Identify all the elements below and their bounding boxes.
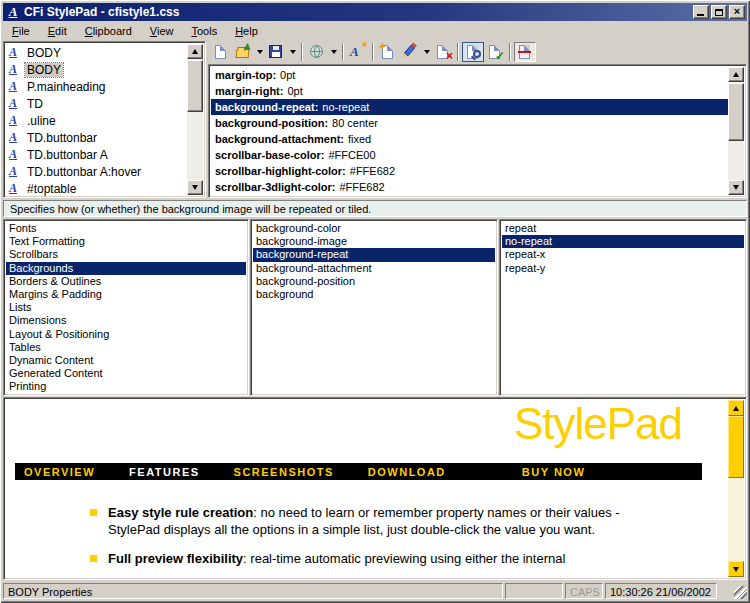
- minimize-button[interactable]: [693, 5, 709, 19]
- save-icon: [268, 44, 284, 60]
- menu-edit[interactable]: Edit: [39, 23, 76, 40]
- selector-scrollbar[interactable]: [187, 44, 203, 195]
- menu-file[interactable]: File: [3, 23, 39, 40]
- selector-item-selected[interactable]: ABODY: [6, 61, 187, 78]
- toolbar-separator: [509, 43, 511, 61]
- scroll-down-icon[interactable]: [728, 561, 744, 577]
- property-name-item[interactable]: background-attachment: [253, 262, 495, 275]
- property-row[interactable]: background-attachment:fixed: [211, 131, 728, 147]
- nav-link-features[interactable]: FEATURES: [129, 466, 199, 478]
- selector-item[interactable]: ABODY: [6, 44, 187, 61]
- category-item[interactable]: Printing: [6, 380, 246, 393]
- status-context: BODY Properties: [3, 583, 503, 599]
- selector-item[interactable]: A.uline: [6, 112, 187, 129]
- edit-rule-button[interactable]: [399, 42, 421, 62]
- title-bar[interactable]: A CFi StylePad - cfistyle1.css ×: [3, 3, 747, 21]
- menu-tools[interactable]: Tools: [182, 23, 226, 40]
- save-dropdown-button[interactable]: [287, 42, 298, 62]
- delete-rule-button[interactable]: ×: [432, 42, 454, 62]
- property-name-item[interactable]: background-position: [253, 275, 495, 288]
- menu-view[interactable]: View: [141, 23, 183, 40]
- validate-button[interactable]: ✓: [484, 42, 506, 62]
- bullet-item: Full preview flexibility: real-time auto…: [90, 550, 674, 567]
- property-row[interactable]: scrollbar-base-color:#FFCE00: [211, 147, 728, 163]
- style-rule-icon: A: [9, 181, 25, 196]
- globe-icon: [309, 44, 325, 60]
- category-item[interactable]: Scrollbars: [6, 248, 246, 261]
- status-datetime: 10:30:26 21/06/2002: [605, 583, 717, 599]
- property-row[interactable]: margin-top:0pt: [211, 67, 728, 83]
- scrollbar-thumb[interactable]: [728, 83, 744, 141]
- open-dropdown-button[interactable]: [254, 42, 265, 62]
- property-row[interactable]: scrollbar-3dlight-color:#FFE682: [211, 179, 728, 195]
- preview-page-button[interactable]: [462, 42, 484, 62]
- save-button[interactable]: [265, 42, 287, 62]
- category-item[interactable]: Fonts: [6, 222, 246, 235]
- new-document-icon: [213, 44, 229, 60]
- category-item[interactable]: Text Formatting: [6, 235, 246, 248]
- edit-dropdown-button[interactable]: [421, 42, 432, 62]
- value-list: repeat no-repeat repeat-x repeat-y: [499, 219, 747, 396]
- property-row-selected[interactable]: background-repeat:no-repeat: [211, 99, 728, 115]
- selector-item[interactable]: ATD: [6, 95, 187, 112]
- category-item[interactable]: Generated Content: [6, 367, 246, 380]
- font-style-button[interactable]: A*: [347, 42, 369, 62]
- scroll-up-icon[interactable]: [728, 400, 744, 416]
- value-item[interactable]: repeat-y: [502, 262, 744, 275]
- scrollbar-thumb[interactable]: [728, 416, 744, 478]
- open-file-button[interactable]: [232, 42, 254, 62]
- category-item[interactable]: Tables: [6, 341, 246, 354]
- close-button[interactable]: ×: [729, 5, 745, 19]
- new-document-button[interactable]: [210, 42, 232, 62]
- properties-scrollbar[interactable]: [728, 67, 744, 195]
- properties-list: margin-top:0pt margin-right:0pt backgrou…: [208, 64, 747, 198]
- scroll-up-icon[interactable]: [728, 67, 744, 82]
- browser-dropdown-button[interactable]: [328, 42, 339, 62]
- value-item[interactable]: repeat-x: [502, 248, 744, 261]
- add-rule-button[interactable]: +: [377, 42, 399, 62]
- property-name-item[interactable]: background-image: [253, 235, 495, 248]
- status-empty-panel: [505, 583, 563, 599]
- selector-item[interactable]: ATD.buttonbar A:hover: [6, 163, 187, 180]
- category-item[interactable]: Lists: [6, 301, 246, 314]
- selector-item[interactable]: ATD.buttonbar: [6, 129, 187, 146]
- maximize-button[interactable]: [711, 5, 727, 19]
- property-row[interactable]: margin-right:0pt: [211, 83, 728, 99]
- property-row[interactable]: background-position:80 center: [211, 115, 728, 131]
- style-rule-icon: A: [9, 62, 25, 77]
- property-row[interactable]: scrollbar-highlight-color:#FFE682: [211, 163, 728, 179]
- category-item[interactable]: Dynamic Content: [6, 354, 246, 367]
- browser-preview-button[interactable]: [306, 42, 328, 62]
- nav-link-overview[interactable]: OVERVIEW: [24, 466, 95, 478]
- scroll-down-icon[interactable]: [187, 180, 203, 195]
- selector-item[interactable]: ATD.buttonbar A: [6, 146, 187, 163]
- nav-link-download[interactable]: DOWNLOAD: [368, 466, 446, 478]
- selector-item[interactable]: A#toptable: [6, 180, 187, 197]
- toggle-strikeout-button[interactable]: [514, 42, 536, 62]
- selector-item[interactable]: AP.mainheading: [6, 78, 187, 95]
- category-item[interactable]: Dimensions: [6, 314, 246, 327]
- menu-clipboard[interactable]: Clipboard: [76, 23, 141, 40]
- menu-help[interactable]: Help: [226, 23, 267, 40]
- property-name-item[interactable]: background-color: [253, 222, 495, 235]
- category-item[interactable]: Borders & Outlines: [6, 275, 246, 288]
- scroll-down-icon[interactable]: [728, 180, 744, 195]
- preview-body: Easy style rule creation: no need to lea…: [90, 504, 674, 579]
- property-name-item[interactable]: background: [253, 288, 495, 301]
- category-item[interactable]: Layout & Positioning: [6, 328, 246, 341]
- resize-grip[interactable]: [734, 586, 747, 599]
- scroll-up-icon[interactable]: [187, 44, 203, 59]
- scrollbar-thumb[interactable]: [187, 60, 203, 112]
- property-name-item-selected[interactable]: background-repeat: [253, 248, 495, 261]
- value-item[interactable]: repeat: [502, 222, 744, 235]
- category-item-selected[interactable]: Backgrounds: [6, 262, 246, 275]
- nav-link-screenshots[interactable]: SCREENSHOTS: [234, 466, 334, 478]
- preview-scrollbar[interactable]: [728, 400, 744, 577]
- value-item-selected[interactable]: no-repeat: [502, 235, 744, 248]
- stylepad-logo: StylePad: [514, 400, 682, 448]
- category-item[interactable]: Margins & Padding: [6, 288, 246, 301]
- chevron-down-icon: [424, 50, 430, 54]
- toolbar: A* + × ✓: [208, 41, 747, 63]
- property-name-list: background-color background-image backgr…: [250, 219, 498, 396]
- nav-link-buynow[interactable]: BUY NOW: [522, 466, 585, 478]
